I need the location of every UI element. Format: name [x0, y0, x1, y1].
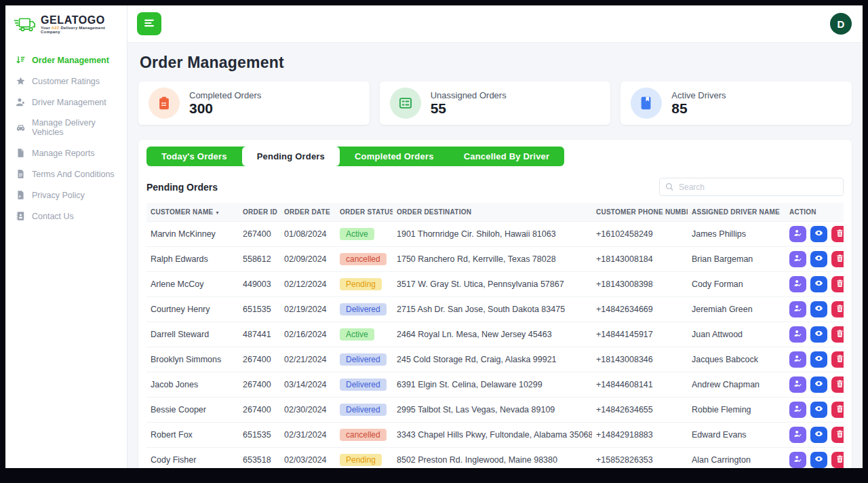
column-header-customer-name[interactable]: Customer Name▾ — [146, 203, 239, 222]
assign-driver-button[interactable] — [789, 226, 806, 242]
delete-button[interactable] — [831, 226, 844, 242]
column-header-assigned-driver-name[interactable]: Assigned Driver Name — [688, 203, 785, 222]
column-header-action[interactable]: Action — [785, 203, 844, 222]
phone-cell: +14842634655 — [592, 398, 688, 423]
view-icon — [814, 279, 823, 290]
destination-cell: 3343 Chapel Hills Pkwy, Fultondale, Alab… — [393, 423, 592, 448]
tab-pending-orders[interactable]: Pending Orders — [242, 147, 340, 166]
phone-cell: +15852826353 — [592, 448, 688, 469]
table-row: Robert Fox65153502/31/2024cancelled3343 … — [146, 423, 844, 448]
column-header-order-destination[interactable]: Order Destination — [393, 203, 592, 222]
customer-name-cell: Arlene McCoy — [146, 272, 239, 297]
view-button[interactable] — [810, 351, 827, 368]
delete-button[interactable] — [831, 402, 844, 418]
stat-card-completed-orders: Completed Orders300 — [138, 81, 370, 125]
sidebar-item-privacy-policy[interactable]: Privacy Policy — [5, 185, 127, 206]
tab-today-s-orders[interactable]: Today's Orders — [146, 147, 242, 166]
assign-driver-icon — [793, 379, 802, 390]
view-button[interactable] — [810, 326, 827, 343]
order-date-cell: 02/19/2024 — [280, 297, 336, 322]
sidebar-item-label: Contact Us — [32, 212, 74, 221]
view-button[interactable] — [810, 452, 827, 468]
sidebar-item-contact-us[interactable]: Contact Us — [5, 206, 127, 227]
view-button[interactable] — [810, 226, 827, 242]
delete-button[interactable] — [831, 376, 844, 393]
customer-name-cell: Cody Fisher — [146, 448, 239, 469]
assign-driver-button[interactable] — [789, 376, 806, 393]
delete-icon — [835, 404, 844, 415]
sidebar-item-label: Customer Ratings — [32, 77, 100, 86]
tab-cancelled-by-driver[interactable]: Cancelled By Driver — [449, 147, 565, 166]
view-button[interactable] — [810, 251, 827, 267]
view-icon — [814, 404, 823, 415]
column-header-order-id[interactable]: Order Id — [239, 203, 280, 222]
hamburger-menu-button[interactable] — [137, 12, 161, 35]
delete-button[interactable] — [831, 427, 844, 443]
column-header-order-status[interactable]: Order Status — [336, 203, 393, 222]
order-id-cell: 651535 — [239, 423, 280, 448]
delete-button[interactable] — [831, 326, 844, 343]
assign-driver-button[interactable] — [789, 452, 806, 468]
delete-icon — [835, 304, 844, 315]
sidebar-item-order-management[interactable]: Order Management — [5, 50, 127, 71]
row-actions — [789, 452, 840, 468]
assign-driver-icon — [793, 329, 802, 340]
customer-name-cell: Ralph Edwards — [146, 247, 239, 272]
sidebar-item-terms-and-conditions[interactable]: Terms And Conditions — [5, 163, 127, 185]
view-button[interactable] — [810, 276, 827, 292]
assign-driver-button[interactable] — [789, 326, 806, 343]
delete-button[interactable] — [831, 301, 844, 317]
phone-cell: +18143008184 — [592, 247, 688, 272]
assign-driver-button[interactable] — [789, 427, 806, 443]
sidebar-item-driver-management[interactable]: Driver Management — [5, 92, 127, 113]
destination-cell: 2995 Talbot St, Las Vegas, Nevada 89109 — [393, 398, 592, 423]
stat-value: 55 — [431, 100, 507, 117]
destination-cell: 3517 W. Gray St. Utica, Pennsylvania 578… — [393, 272, 592, 297]
view-button[interactable] — [810, 427, 827, 443]
column-header-customer-phone-number[interactable]: Customer Phone Number — [592, 203, 688, 222]
user-avatar[interactable]: D — [830, 13, 852, 35]
table-row: Marvin McKinney26740001/08/2024Active190… — [146, 222, 844, 247]
assign-driver-button[interactable] — [789, 351, 806, 368]
search-input[interactable] — [659, 178, 844, 196]
assign-driver-button[interactable] — [789, 251, 806, 267]
column-header-order-date[interactable]: Order Date — [280, 203, 336, 222]
sort-icon — [16, 55, 26, 65]
orders-table: Customer Name▾Order IdOrder DateOrder St… — [146, 203, 844, 468]
brand-tagline: Your A2Z Delivery Management Company — [41, 26, 119, 34]
brand-logo[interactable]: GELATOGO Your A2Z Delivery Management Co… — [5, 5, 127, 43]
view-button[interactable] — [810, 376, 827, 393]
assign-driver-button[interactable] — [789, 301, 806, 317]
order-date-cell: 02/12/2024 — [280, 272, 336, 297]
order-id-cell: 267400 — [239, 347, 280, 372]
sidebar-item-manage-delivery-vehicles[interactable]: Manage Delivery Vehicles — [5, 113, 127, 142]
delete-button[interactable] — [831, 351, 844, 368]
delete-button[interactable] — [831, 452, 844, 468]
assign-driver-icon — [793, 404, 802, 415]
customer-name-cell: Courtney Henry — [146, 297, 239, 322]
order-date-cell: 01/08/2024 — [280, 222, 336, 247]
assign-driver-button[interactable] — [789, 276, 806, 292]
assign-driver-button[interactable] — [789, 402, 806, 418]
sidebar-item-customer-ratings[interactable]: Customer Ratings — [5, 71, 127, 92]
driver-cell: Jacques Babcock — [688, 347, 785, 372]
order-date-cell: 02/21/2024 — [280, 347, 336, 372]
driver-cell: Jeremiah Green — [688, 297, 785, 322]
sidebar-nav: Order ManagementCustomer RatingsDriver M… — [5, 43, 127, 227]
delete-icon — [835, 279, 844, 290]
view-button[interactable] — [810, 402, 827, 418]
tab-completed-orders[interactable]: Completed Orders — [340, 147, 449, 166]
brand-name: GELATOGO — [41, 14, 119, 26]
view-button[interactable] — [810, 301, 827, 317]
view-icon — [814, 354, 823, 365]
sort-caret-icon: ▾ — [216, 210, 219, 216]
delete-button[interactable] — [831, 251, 844, 267]
order-id-cell: 653518 — [239, 448, 280, 469]
book-icon — [631, 88, 662, 119]
sidebar-item-label: Manage Delivery Vehicles — [32, 118, 117, 137]
page-title: Order Management — [140, 54, 852, 72]
delete-button[interactable] — [831, 276, 844, 292]
row-actions — [789, 351, 840, 368]
table-row: Jacob Jones26740003/14/2024Delivered6391… — [146, 372, 844, 398]
sidebar-item-manage-reports[interactable]: Manage Reports — [5, 142, 127, 163]
